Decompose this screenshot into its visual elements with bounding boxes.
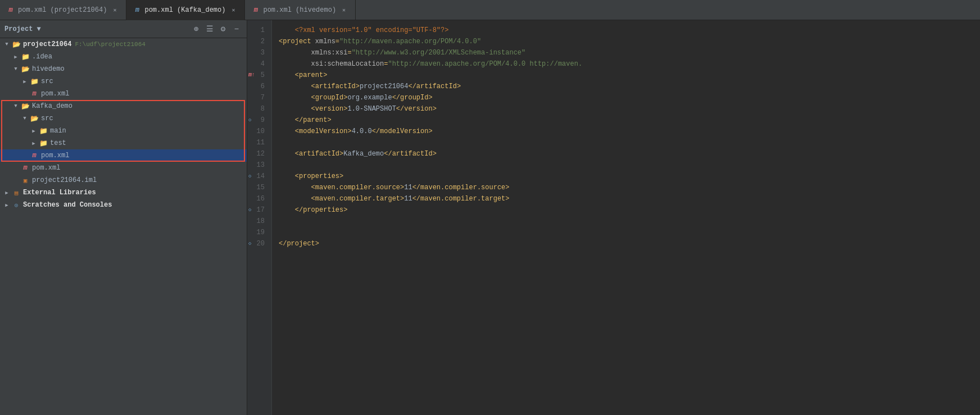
maven-gutter-icon[interactable]: m↑	[248, 70, 255, 81]
code-segment-xml-bracket: >	[339, 171, 343, 182]
code-segment-xml-bracket: <	[295, 171, 299, 182]
code-segment-xml-tag: modelVersion	[380, 126, 428, 137]
tree-item-project-iml[interactable]: ▣project21064.iml	[0, 174, 247, 186]
tab-close-button[interactable]: ✕	[110, 6, 119, 15]
code-segment-xml-tag: groupId	[400, 92, 428, 103]
code-segment-xml-bracket: >	[315, 238, 319, 249]
code-line: </parent>	[279, 115, 980, 126]
code-area[interactable]: <?xml version="1.0" encoding="UTF-8"?><p…	[272, 20, 980, 415]
tree-item-label: project21064.iml	[32, 176, 97, 184]
line-number: 1	[247, 25, 268, 36]
code-segment-xml-tag: maven.compiler.source	[315, 182, 400, 193]
tab-label: pom.xml (hivedemo)	[263, 6, 336, 14]
code-line: <parent>	[279, 70, 980, 81]
code-segment-xml-bracket: <	[311, 92, 315, 103]
tree-item-label: .idea	[32, 53, 52, 61]
tree-item-ext-libs[interactable]: ▤External Libraries	[0, 186, 247, 199]
tree-item-idea[interactable]: .idea	[0, 51, 247, 63]
line-number: ◇17	[247, 204, 268, 216]
code-line: <artifactId>project21064</artifactId>	[279, 81, 980, 92]
code-segment-xml-bracket: </	[408, 81, 416, 92]
tree-item-kafka-main[interactable]: main	[0, 125, 247, 137]
locate-icon[interactable]: ⊕	[190, 24, 202, 35]
code-line: <groupId>org.example</groupId>	[279, 92, 980, 103]
code-segment-xml-bracket: >	[343, 92, 347, 103]
tree-arrow	[11, 52, 20, 61]
code-segment-xml-bracket: </	[392, 92, 400, 103]
line-num-value: 1	[261, 25, 265, 36]
ext-lib-icon: ▤	[11, 188, 21, 197]
tree-arrow	[2, 40, 11, 49]
collapse-icon[interactable]: −	[231, 24, 242, 35]
settings-icon[interactable]: ⚙	[217, 24, 229, 35]
code-segment-xml-attr-val: "http://maven.apache.org/POM/4.0.0 http:…	[388, 58, 582, 70]
sidebar-actions: ⊕ ☰ ⚙ −	[190, 24, 242, 35]
line-num-value: 3	[261, 47, 265, 58]
line-num-value: 19	[257, 227, 265, 238]
code-line: xsi:schemaLocation="http://maven.apache.…	[279, 58, 980, 70]
code-segment-xml-tag: artifactId	[416, 81, 457, 92]
line-num-value: 7	[261, 92, 265, 103]
folder-icon	[20, 52, 30, 61]
code-segment-xml-tag: version	[404, 103, 432, 115]
tree-arrow	[11, 102, 20, 111]
tree-item-kafka-src[interactable]: src	[0, 112, 247, 125]
line-num-value: 17	[257, 204, 265, 216]
line-number: 19	[247, 227, 268, 238]
tree-item-hivedemo-pom[interactable]: mpom.xml	[0, 88, 247, 100]
tab-tab1[interactable]: mpom.xml (project21064)✕	[0, 0, 126, 20]
line-num-value: 8	[261, 103, 265, 115]
code-line: <artifactId>Kafka_demo</artifactId>	[279, 148, 980, 159]
line-num-value: 15	[257, 182, 265, 193]
tree-item-label: test	[50, 139, 66, 147]
code-segment-xml-bracket: </	[295, 204, 303, 216]
code-segment-xml-bracket: <	[311, 81, 315, 92]
maven-file-icon: m	[29, 89, 39, 98]
code-segment-xml-text: Kafka_demo	[343, 148, 384, 159]
tree-item-root-pom[interactable]: mpom.xml	[0, 162, 247, 174]
tab-maven-icon: m	[252, 6, 260, 14]
code-line: </properties>	[279, 204, 980, 216]
fold-icon[interactable]: ◇	[248, 238, 251, 249]
code-segment-xml-bracket: >	[505, 193, 509, 204]
tab-tab3[interactable]: mpom.xml (hivedemo)✕	[245, 0, 356, 20]
code-segment-xml-attr-val: "http://www.w3.org/2001/XMLSchema-instan…	[352, 47, 526, 58]
fold-icon[interactable]: ◇	[248, 115, 251, 126]
line-number: m↑5	[247, 70, 268, 81]
code-segment-xml-bracket: <	[279, 36, 283, 47]
tree-item-hivedemo[interactable]: hivedemo	[0, 63, 247, 75]
tab-label: pom.xml (Kafka_demo)	[144, 6, 225, 14]
folder-icon	[38, 126, 48, 135]
code-line: </project>	[279, 238, 980, 249]
line-num-value: 5	[261, 70, 265, 81]
fold-icon[interactable]: ◇	[248, 171, 251, 182]
code-segment-xml-tag: artifactId	[315, 81, 356, 92]
tree-item-project21064[interactable]: project21064F:\udf\project21064	[0, 38, 247, 51]
sidebar-tree: project21064F:\udf\project21064.ideahive…	[0, 38, 247, 415]
tree-leaf-spacer	[20, 89, 29, 98]
tab-tab2[interactable]: mpom.xml (Kafka_demo)✕	[126, 0, 245, 20]
code-segment-xml-tag: parent	[299, 70, 323, 81]
tab-close-button[interactable]: ✕	[229, 6, 238, 15]
code-segment-xml-text: 1.0-SNAPSHOT	[347, 103, 396, 115]
code-line: <modelVersion>4.0.0</modelVersion>	[279, 126, 980, 137]
tree-item-hivedemo-src[interactable]: src	[0, 75, 247, 88]
code-segment-xml-bracket: <	[311, 182, 315, 193]
tree-item-kafka_demo[interactable]: Kafka_demo	[0, 100, 247, 112]
tree-item-kafka-test[interactable]: test	[0, 137, 247, 149]
code-segment-xml-tag: artifactId	[299, 148, 339, 159]
folder-icon	[20, 102, 30, 111]
code-segment-xml-tag: maven.compiler.source	[420, 182, 505, 193]
tree-arrow	[20, 77, 29, 86]
line-num-value: 6	[261, 81, 265, 92]
code-segment-xml-attr-val: "http://maven.apache.org/POM/4.0.0"	[339, 36, 481, 47]
tree-item-scratches[interactable]: ⊙Scratches and Consoles	[0, 199, 247, 211]
tree-item-kafka-pom[interactable]: mpom.xml	[0, 149, 247, 162]
tab-close-button[interactable]: ✕	[339, 6, 348, 15]
folder-icon	[20, 65, 30, 74]
tab-maven-icon: m	[133, 6, 141, 14]
sort-icon[interactable]: ☰	[204, 24, 215, 35]
iml-file-icon: ▣	[20, 176, 30, 185]
fold-icon[interactable]: ◇	[248, 204, 251, 216]
code-line	[279, 159, 980, 171]
